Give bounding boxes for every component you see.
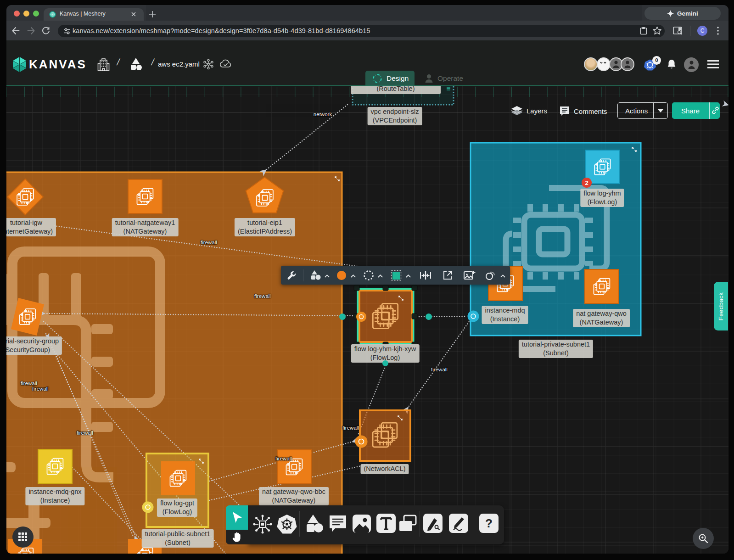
svg-text:?: ?: [485, 516, 493, 530]
svg-text:2: 2: [585, 179, 588, 186]
